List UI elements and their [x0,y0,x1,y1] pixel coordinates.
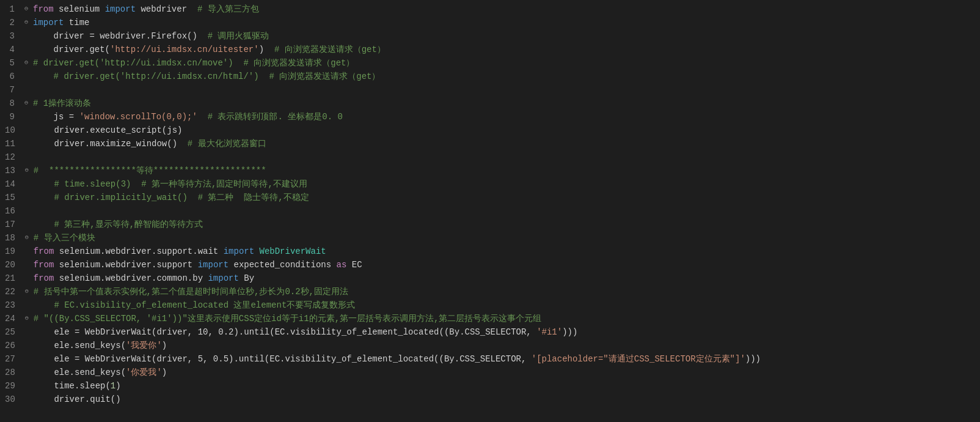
token: '#i1' [536,327,562,337]
code-line: 8⊖# 1操作滚动条 [0,97,980,110]
line-number: 4 [0,43,22,56]
code-content: driver.execute_script(js) [31,124,980,137]
code-content: ele.send_keys('你爱我') [31,366,980,379]
code-content: time.sleep(1) [31,379,980,393]
code-line: 7 [0,83,980,97]
line-number: 13 [0,164,23,177]
code-line: 5⊖# driver.get('http://ui.imdsx.cn/move'… [0,56,980,70]
token: selenium.webdriver.common.by [54,273,208,283]
token: # driver.get('http://ui.imdsx.cn/move') … [33,58,354,68]
code-line: 24⊖# "((By.CSS_SELECTOR, '#i1'))"这里表示使用C… [0,312,980,325]
token: EC [346,260,362,270]
token [34,300,54,310]
code-line: 2⊖import time [0,16,980,29]
token: # EC.visibility_of_element_located 这里ele… [54,300,355,310]
code-content: from selenium import webdriver # 导入第三方包 [31,2,980,16]
code-content: # driver.implicitly_wait() # 第二种 隐士等待,不稳… [31,191,980,204]
code-content: # EC.visibility_of_element_located 这里ele… [31,298,980,312]
code-line: 18⊖# 导入三个模块 [0,231,980,245]
code-line: 9 js = 'window.scrollTo(0,0);' # 表示跳转到顶部… [0,110,980,124]
token: # driver.implicitly_wait() # 第二种 隐士等待,不稳… [54,193,309,202]
code-line: 27 ele = WebDriverWait(driver, 5, 0.5).u… [0,352,980,366]
code-content: js = 'window.scrollTo(0,0);' # 表示跳转到顶部. … [31,110,980,124]
token: # 第三种,显示等待,醉智能的等待方式 [54,220,203,229]
code-line: 22⊖# 括号中第一个值表示实例化,第二个值是超时时间单位秒,步长为0.2秒,固… [0,285,980,298]
token: webdriver [136,4,197,14]
token: from [33,4,54,14]
token: # 最大化浏览器窗口 [188,139,266,149]
token [197,112,208,122]
token: '你爱我' [126,368,162,377]
token: # 向浏览器发送请求（get） [274,45,386,54]
code-content: ele = WebDriverWait(driver, 5, 0.5).unti… [31,352,980,366]
line-number: 25 [0,325,23,339]
line-number: 23 [0,298,23,312]
code-content: # "((By.CSS_SELECTOR, '#i1'))"这里表示使用CSS定… [31,312,980,325]
code-content: # driver.get('http://ui.imdsx.cn/html/')… [31,70,980,83]
fold-icon[interactable]: ⊖ [22,16,31,29]
code-content: import time [31,16,980,29]
code-content: ele.send_keys('我爱你') [31,339,980,352]
code-content: driver.quit() [31,393,980,406]
code-line: 26 ele.send_keys('我爱你') [0,339,980,352]
token: import [208,273,238,283]
token: ) [259,45,274,54]
fold-icon[interactable]: ⊖ [23,312,31,325]
token: from [34,246,54,256]
token: js = [33,112,79,122]
line-number: 15 [0,191,23,204]
line-number: 24 [0,312,23,325]
token: time [64,18,89,28]
line-number: 21 [0,272,23,285]
code-content: # 括号中第一个值表示实例化,第二个值是超时时间单位秒,步长为0.2秒,固定用法 [31,285,980,298]
token [33,72,54,81]
code-content: # *****************等待*******************… [31,164,980,177]
line-number: 20 [0,258,23,272]
token: By [239,273,254,283]
code-content: # time.sleep(3) # 第一种等待方法,固定时间等待,不建议用 [31,177,980,191]
token: ) [162,341,167,350]
token: # 调用火狐驱动 [208,31,269,41]
fold-icon[interactable]: ⊖ [22,56,31,70]
token: # "((By.CSS_SELECTOR, '#i1'))"这里表示使用CSS定… [34,314,542,324]
token: WebDriverWait [260,246,326,256]
code-line: 12 [0,150,980,164]
token [254,246,259,256]
code-line: 29 time.sleep(1) [0,379,980,393]
token: expected_conditions [229,260,336,270]
code-content: from selenium.webdriver.common.by import… [31,272,980,285]
line-number: 29 [0,379,23,393]
line-number: 2 [0,16,22,29]
line-number: 1 [0,2,22,16]
code-line: 11 driver.maximize_window() # 最大化浏览器窗口 [0,137,980,150]
code-line: 20 from selenium.webdriver.support impor… [0,258,980,272]
code-content: # 1操作滚动条 [31,97,980,110]
token: 1 [111,381,115,391]
fold-icon[interactable]: ⊖ [22,2,31,16]
token: from [34,260,54,270]
token: # time.sleep(3) # 第一种等待方法,固定时间等待,不建议用 [54,179,307,189]
token: '[placeholder="请通过CSS_SELECTOR定位元素"]' [532,354,745,364]
code-line: 17 # 第三种,显示等待,醉智能的等待方式 [0,218,980,231]
fold-icon[interactable]: ⊖ [23,285,31,298]
token: ) [162,368,167,377]
code-line: 19 from selenium.webdriver.support.wait … [0,245,980,258]
code-line: 4 driver.get('http://ui.imdsx.cn/uiteste… [0,43,980,56]
token: driver.get( [33,45,110,54]
token: ))) [562,327,577,337]
token: ele.send_keys( [34,341,126,350]
code-content: # 导入三个模块 [31,231,980,245]
fold-icon[interactable]: ⊖ [22,97,31,110]
line-number: 19 [0,245,23,258]
code-content: from selenium.webdriver.support.wait imp… [31,245,980,258]
line-number: 10 [0,124,23,137]
line-number: 3 [0,29,22,43]
token: driver = webdriver.Firefox() [33,31,208,41]
line-number: 17 [0,218,23,231]
code-line: 1⊖from selenium import webdriver # 导入第三方… [0,2,980,16]
line-number: 12 [0,150,23,164]
fold-icon[interactable]: ⊖ [23,164,31,177]
fold-icon[interactable]: ⊖ [23,231,31,245]
code-line: 21 from selenium.webdriver.common.by imp… [0,272,980,285]
code-content: # driver.get('http://ui.imdsx.cn/move') … [31,56,980,70]
